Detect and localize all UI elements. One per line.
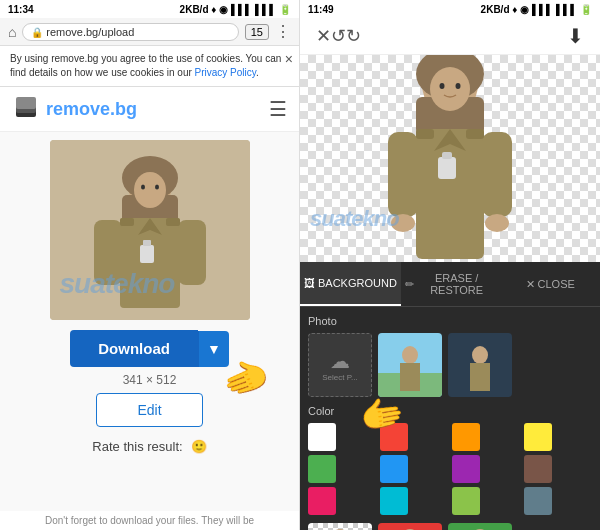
close-cookie-button[interactable]: × — [285, 50, 293, 70]
svg-rect-13 — [178, 220, 206, 285]
color-swatch-10[interactable] — [452, 487, 480, 515]
photo-section-title: Photo — [308, 315, 592, 327]
left-panel: 11:34 2KB/d ♦ ◉ ▌▌▌ ▌▌▌ 🔋 ⌂ 🔒 remove.bg/… — [0, 0, 300, 530]
svg-rect-14 — [140, 245, 154, 263]
rate-emoji[interactable]: 🙂 — [191, 439, 207, 454]
svg-rect-16 — [120, 218, 134, 226]
svg-rect-30 — [438, 157, 456, 179]
image-preview-area: suatekno Download ▼ 341 × 512 Edit Rate … — [0, 132, 299, 511]
photo-upload-box[interactable]: ☁ Select P... — [308, 333, 372, 397]
status-bar-left: 11:34 2KB/d ♦ ◉ ▌▌▌ ▌▌▌ 🔋 — [0, 0, 299, 18]
svg-point-21 — [430, 67, 470, 111]
cookie-banner: By using remove.bg you agree to the use … — [0, 46, 299, 87]
color-swatch-3[interactable] — [524, 423, 552, 451]
home-icon[interactable]: ⌂ — [8, 24, 16, 40]
background-tab-icon: 🖼 — [304, 277, 315, 289]
svg-rect-26 — [388, 132, 418, 217]
right-toolbar: ✕ ↺ ↻ ⬇ — [300, 18, 600, 55]
bg-thumb-checkered[interactable] — [308, 523, 372, 530]
tab-count[interactable]: 15 — [245, 24, 269, 40]
svg-point-8 — [141, 185, 145, 190]
lock-icon: 🔒 — [31, 27, 46, 38]
address-bar: ⌂ 🔒 remove.bg/upload 15 ⋮ — [0, 18, 299, 46]
preview-image: suatekno — [50, 140, 250, 320]
svg-rect-2 — [16, 97, 36, 109]
bg-thumb-green[interactable] — [448, 523, 512, 530]
right-panel: 11:49 2KB/d ♦ ◉ ▌▌▌ ▌▌▌ 🔋 ✕ ↺ ↻ ⬇ — [300, 0, 600, 530]
svg-point-39 — [472, 346, 488, 364]
svg-rect-31 — [442, 152, 452, 159]
color-swatch-1[interactable] — [380, 423, 408, 451]
download-section: Download ▼ 341 × 512 Edit Rate this resu… — [12, 320, 287, 470]
tab-close[interactable]: ✕ CLOSE — [500, 262, 600, 306]
color-swatch-9[interactable] — [380, 487, 408, 515]
hamburger-menu-icon[interactable]: ☰ — [269, 97, 287, 121]
download-button[interactable]: Download — [70, 330, 198, 367]
color-swatch-5[interactable] — [380, 455, 408, 483]
bg-thumb-red[interactable] — [378, 523, 442, 530]
redo-icon[interactable]: ↻ — [346, 25, 361, 47]
result-image-area: suatekno — [300, 55, 600, 262]
edit-button[interactable]: Edit — [96, 393, 202, 427]
color-swatch-2[interactable] — [452, 423, 480, 451]
logo-area: remove.bg — [12, 95, 137, 123]
svg-point-22 — [440, 83, 445, 89]
undo-icon[interactable]: ↺ — [331, 25, 346, 47]
url-bar[interactable]: 🔒 remove.bg/upload — [22, 23, 238, 41]
color-swatches — [308, 423, 592, 515]
rate-label: Rate this result: — [92, 439, 182, 454]
time-left: 11:34 — [8, 4, 34, 15]
svg-rect-43 — [378, 523, 442, 530]
svg-rect-27 — [482, 132, 512, 217]
color-swatch-6[interactable] — [452, 455, 480, 483]
photo-options-row: ☁ Select P... — [308, 333, 592, 397]
icons-right: 2KB/d ♦ ◉ ▌▌▌ ▌▌▌ 🔋 — [481, 4, 592, 15]
download-button-group: Download ▼ — [70, 330, 229, 367]
download-right-icon[interactable]: ⬇ — [567, 24, 584, 48]
download-dropdown-button[interactable]: ▼ — [198, 331, 229, 367]
color-swatch-11[interactable] — [524, 487, 552, 515]
more-bg-options — [308, 523, 592, 530]
svg-rect-17 — [166, 218, 180, 226]
icons-left: 2KB/d ♦ ◉ ▌▌▌ ▌▌▌ 🔋 — [180, 4, 291, 15]
watermark-right: suatekno — [310, 206, 399, 232]
svg-point-9 — [155, 185, 159, 190]
bg-thumb-2[interactable] — [448, 333, 512, 397]
erase-tab-icon: ✏ — [405, 278, 414, 291]
time-right: 11:49 — [308, 4, 334, 15]
site-header: remove.bg ☰ — [0, 87, 299, 132]
footer-text: Don't forget to download your files. The… — [0, 511, 299, 530]
bottom-tabs: 🖼 BACKGROUND ✏ ERASE / RESTORE ✕ CLOSE — [300, 262, 600, 307]
background-panel: Photo ☁ Select P... — [300, 307, 600, 530]
svg-point-7 — [134, 172, 166, 208]
color-swatch-8[interactable] — [308, 487, 336, 515]
close-tab-icon: ✕ — [526, 278, 535, 291]
watermark-left: suatekno — [60, 268, 175, 300]
color-swatch-4[interactable] — [308, 455, 336, 483]
upload-text: Select P... — [322, 373, 357, 382]
color-swatch-7[interactable] — [524, 455, 552, 483]
svg-rect-33 — [466, 129, 484, 139]
status-bar-right: 11:49 2KB/d ♦ ◉ ▌▌▌ ▌▌▌ 🔋 — [300, 0, 600, 18]
image-dimensions: 341 × 512 — [123, 373, 177, 387]
privacy-link[interactable]: Privacy Policy — [195, 67, 257, 78]
svg-rect-37 — [400, 363, 420, 391]
upload-icon: ☁ — [330, 349, 350, 373]
svg-point-36 — [402, 346, 418, 364]
svg-point-23 — [456, 83, 461, 89]
logo-icon — [12, 95, 40, 123]
svg-rect-15 — [143, 240, 151, 246]
bg-thumb-1[interactable] — [378, 333, 442, 397]
svg-point-29 — [485, 214, 509, 232]
svg-rect-24 — [416, 129, 484, 259]
color-swatch-0[interactable] — [308, 423, 336, 451]
tab-background[interactable]: 🖼 BACKGROUND — [300, 262, 401, 306]
rate-section: Rate this result: 🙂 — [92, 433, 206, 460]
svg-rect-32 — [416, 129, 434, 139]
close-right-icon[interactable]: ✕ — [316, 25, 331, 47]
menu-icon[interactable]: ⋮ — [275, 22, 291, 41]
tab-erase-restore[interactable]: ✏ ERASE / RESTORE — [401, 262, 501, 306]
svg-rect-40 — [470, 363, 490, 391]
logo-text: remove.bg — [46, 99, 137, 120]
svg-rect-46 — [448, 523, 512, 530]
